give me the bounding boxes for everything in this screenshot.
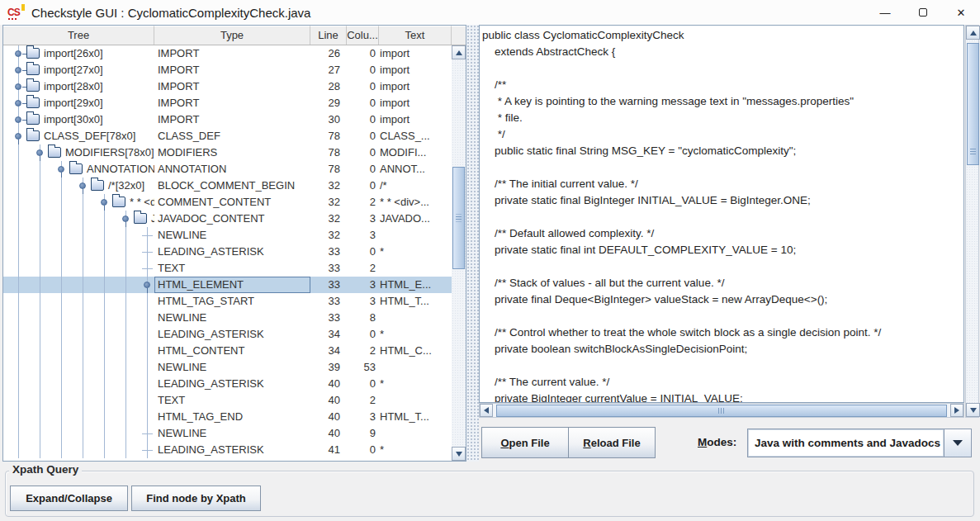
collapse-handle-icon[interactable] bbox=[36, 149, 43, 156]
type-cell[interactable]: JAVADOC_CONTENT bbox=[154, 211, 310, 227]
table-row[interactable]: MODIFIERS[78x0]MODIFIERS780MODIFI... bbox=[3, 144, 452, 161]
reload-file-button[interactable]: Reload File bbox=[568, 427, 656, 458]
expand-handle-icon[interactable] bbox=[15, 116, 21, 123]
scroll-right-button[interactable] bbox=[950, 404, 963, 417]
scroll-left-button[interactable] bbox=[480, 404, 493, 417]
collapse-handle-icon[interactable] bbox=[58, 166, 64, 173]
table-row[interactable]: HTML_ELEMENT333HTML_E... bbox=[3, 277, 452, 293]
scroll-track[interactable] bbox=[966, 40, 978, 403]
open-file-button[interactable]: Open File bbox=[481, 427, 569, 458]
table-row[interactable]: import[26x0]IMPORT260import bbox=[3, 45, 452, 62]
type-cell[interactable]: IMPORT bbox=[154, 95, 310, 111]
type-cell[interactable]: NEWLINE bbox=[154, 359, 310, 376]
table-row[interactable]: LEADING_ASTERISK330* bbox=[3, 244, 452, 260]
tree-cell[interactable]: import[28x0] bbox=[3, 78, 154, 95]
type-cell[interactable]: TEXT bbox=[154, 260, 310, 277]
table-row[interactable]: LEADING_ASTERISK410* bbox=[3, 442, 452, 458]
table-row[interactable]: NEWLINE409 bbox=[3, 425, 452, 442]
collapse-handle-icon[interactable] bbox=[101, 199, 107, 206]
code-horizontal-scrollbar[interactable] bbox=[479, 403, 964, 418]
column-header-text[interactable]: Text bbox=[379, 26, 452, 45]
tree-cell[interactable]: /*[32x0] bbox=[3, 178, 154, 194]
tree-cell[interactable] bbox=[3, 244, 154, 260]
modes-combobox[interactable]: Java with comments and Javadocs bbox=[747, 429, 972, 457]
tree-cell[interactable] bbox=[3, 260, 154, 277]
type-cell[interactable]: IMPORT bbox=[154, 62, 310, 78]
tree-cell[interactable]: JAVADOC_CONTENT bbox=[3, 211, 154, 227]
table-row[interactable]: HTML_TAG_END403HTML_T... bbox=[3, 409, 452, 425]
type-cell[interactable]: MODIFIERS bbox=[154, 144, 310, 161]
table-row[interactable]: import[29x0]IMPORT290import bbox=[3, 95, 452, 111]
source-code-view[interactable]: public class CyclomaticComplexityCheck e… bbox=[479, 25, 964, 403]
table-row[interactable]: HTML_CONTENT342HTML_C... bbox=[3, 343, 452, 359]
scroll-thumb[interactable] bbox=[496, 405, 947, 417]
table-row[interactable]: import[30x0]IMPORT300import bbox=[3, 111, 452, 128]
type-cell[interactable]: NEWLINE bbox=[154, 310, 310, 326]
table-row[interactable]: CLASS_DEF[78x0]CLASS_DEF780CLASS_... bbox=[3, 128, 452, 144]
type-cell[interactable]: ANNOTATION bbox=[154, 161, 310, 178]
tree-cell[interactable] bbox=[3, 227, 154, 244]
collapse-handle-icon[interactable] bbox=[15, 133, 21, 140]
type-cell[interactable]: NEWLINE bbox=[154, 227, 310, 244]
table-row[interactable]: HTML_TAG_START333HTML_T... bbox=[3, 293, 452, 310]
tree-cell[interactable]: MODIFIERS[78x0] bbox=[3, 144, 154, 161]
type-cell[interactable]: NEWLINE bbox=[154, 425, 310, 442]
expand-handle-icon[interactable] bbox=[15, 50, 21, 57]
tree-cell[interactable] bbox=[3, 277, 154, 293]
scroll-down-button[interactable] bbox=[966, 403, 980, 417]
find-node-by-xpath-button[interactable]: Find node by Xpath bbox=[131, 485, 261, 511]
code-vertical-scrollbar[interactable] bbox=[965, 25, 979, 418]
expand-handle-icon[interactable] bbox=[15, 67, 21, 73]
tree-cell[interactable]: import[29x0] bbox=[3, 95, 154, 111]
column-header-type[interactable]: Type bbox=[154, 26, 310, 45]
table-row[interactable]: TEXT332 bbox=[3, 260, 452, 277]
expand-collapse-button[interactable]: Expand/Collapse bbox=[10, 485, 128, 511]
table-row[interactable]: TEXT402 bbox=[3, 392, 452, 409]
table-row[interactable]: /*[32x0]BLOCK_COMMENT_BEGIN320/* bbox=[3, 178, 452, 194]
table-row[interactable]: ANNOTATION[78x0]ANNOTATION780ANNOT... bbox=[3, 161, 452, 178]
split-divider[interactable] bbox=[466, 25, 479, 462]
type-cell[interactable]: LEADING_ASTERISK bbox=[154, 442, 310, 458]
scroll-thumb[interactable] bbox=[967, 43, 979, 165]
type-cell[interactable]: IMPORT bbox=[154, 45, 310, 62]
table-row[interactable]: * * <div>COMMENT_CONTENT322* * <div>... bbox=[3, 194, 452, 211]
type-cell[interactable]: HTML_ELEMENT bbox=[154, 277, 310, 293]
close-button[interactable]: ✕ bbox=[942, 0, 980, 25]
scroll-thumb[interactable] bbox=[452, 167, 465, 269]
collapse-handle-icon[interactable] bbox=[79, 182, 86, 189]
type-cell[interactable]: IMPORT bbox=[154, 111, 310, 128]
tree-cell[interactable]: CLASS_DEF[78x0] bbox=[3, 128, 154, 144]
tree-cell[interactable]: import[27x0] bbox=[3, 62, 154, 78]
expand-handle-icon[interactable] bbox=[15, 100, 21, 107]
type-cell[interactable]: LEADING_ASTERISK bbox=[154, 244, 310, 260]
column-header-line[interactable]: Line bbox=[310, 26, 347, 45]
type-cell[interactable]: CLASS_DEF bbox=[154, 128, 310, 144]
collapse-handle-icon[interactable] bbox=[122, 216, 129, 222]
table-row[interactable]: NEWLINE323 bbox=[3, 227, 452, 244]
combobox-dropdown-button[interactable] bbox=[944, 429, 971, 457]
tree-cell[interactable]: import[30x0] bbox=[3, 111, 154, 128]
tree-cell[interactable] bbox=[3, 326, 154, 343]
tree-cell[interactable]: ANNOTATION[78x0] bbox=[3, 161, 154, 178]
scroll-track[interactable] bbox=[452, 59, 466, 447]
scroll-up-button[interactable] bbox=[966, 26, 980, 40]
tree-cell[interactable] bbox=[3, 359, 154, 376]
table-row[interactable]: LEADING_ASTERISK340* bbox=[3, 326, 452, 343]
table-row[interactable]: NEWLINE3953 bbox=[3, 359, 452, 376]
tree-cell[interactable] bbox=[3, 343, 154, 359]
scroll-up-button[interactable] bbox=[452, 45, 466, 59]
tree-cell[interactable] bbox=[3, 376, 154, 392]
tree-cell[interactable] bbox=[3, 442, 154, 458]
table-row[interactable]: LEADING_ASTERISK400* bbox=[3, 376, 452, 392]
type-cell[interactable]: COMMENT_CONTENT bbox=[154, 194, 310, 211]
tree-cell[interactable] bbox=[3, 392, 154, 409]
column-header-column[interactable]: Colu... bbox=[347, 26, 379, 45]
table-row[interactable]: import[27x0]IMPORT270import bbox=[3, 62, 452, 78]
type-cell[interactable]: HTML_TAG_END bbox=[154, 409, 310, 425]
type-cell[interactable]: IMPORT bbox=[154, 78, 310, 95]
tree-vertical-scrollbar[interactable] bbox=[452, 45, 466, 461]
tree-cell[interactable] bbox=[3, 293, 154, 310]
tree-cell[interactable] bbox=[3, 310, 154, 326]
maximize-button[interactable] bbox=[904, 0, 942, 25]
minimize-button[interactable]: — bbox=[866, 0, 904, 25]
